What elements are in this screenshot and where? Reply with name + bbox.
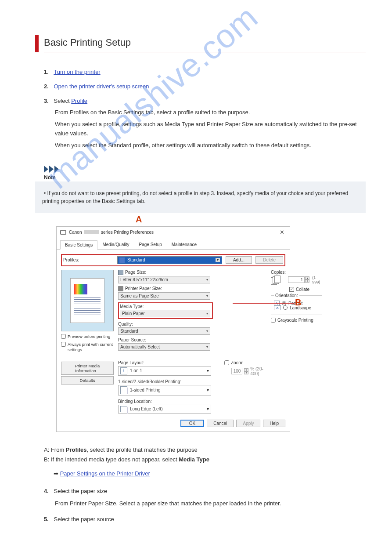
media-type-highlight: Media Type: Plain Paper▾: [118, 302, 213, 319]
copies-label: Copies:: [271, 270, 322, 275]
copies-spinner[interactable]: ▴▾: [305, 276, 309, 283]
copies-icon: [271, 276, 278, 284]
paper-settings-link[interactable]: Paper Settings on the Printer Driver: [60, 470, 150, 477]
copies-input[interactable]: 1: [288, 276, 305, 283]
source-label: Paper Source:: [118, 337, 146, 342]
landscape-radio[interactable]: [283, 305, 288, 310]
tab-basic-settings[interactable]: Basic Settings: [60, 240, 97, 250]
note-text: If you do not want to use preset printin…: [42, 190, 348, 204]
grayscale-checkbox[interactable]: [271, 318, 276, 323]
media-type-label: Media Type:: [120, 304, 144, 309]
profiles-label: Profiles:: [63, 258, 114, 262]
printer-size-label: Printer Paper Size:: [125, 286, 162, 291]
callout-b: B: [295, 297, 301, 308]
tab-maintenance[interactable]: Maintenance: [167, 240, 201, 249]
delete-button[interactable]: Delete: [255, 256, 283, 264]
tab-media-quality[interactable]: Media/Quality: [97, 240, 134, 249]
apply-button[interactable]: Apply: [236, 420, 260, 427]
binding-label: Binding Location:: [118, 399, 211, 404]
zoom-range: % (20-400): [250, 366, 264, 376]
collate-row[interactable]: ✓ Collate: [289, 287, 322, 292]
note-box: • If you do not want to use preset print…: [35, 181, 366, 213]
zoom-label: Zoom:: [231, 360, 243, 365]
step-3-sub3: When you select the Standard profile, ot…: [55, 141, 366, 150]
always-label: Always print with current settings: [68, 342, 114, 353]
source-dropdown[interactable]: Automatically Select▾: [118, 343, 210, 351]
post-dialog-text: A: From Profiles, select the profile tha…: [44, 445, 366, 525]
printer-icon: [60, 230, 66, 235]
step-1: 1. Turn on the printer: [44, 68, 366, 77]
sided-dropdown[interactable]: 1-sided Printing ▾: [118, 385, 211, 395]
note-arrow-icon: Note: [44, 166, 366, 181]
step-num: 2.: [44, 83, 49, 90]
help-button[interactable]: Help: [263, 420, 285, 427]
page-size-dropdown[interactable]: Letter 8.5"x11" 22x28cm▾: [118, 276, 210, 283]
title-accent: [35, 35, 39, 52]
steps-section: 1. Turn on the printer 2. Open the print…: [44, 68, 366, 150]
binding-dropdown[interactable]: Long Edge (Left) ▾: [118, 405, 211, 414]
profile-link[interactable]: Profile: [71, 98, 87, 104]
quality-dropdown[interactable]: Standard▾: [118, 327, 210, 335]
profiles-dropdown[interactable]: Standard ▾: [117, 256, 222, 264]
preview-checkbox[interactable]: [61, 334, 66, 339]
always-checkbox[interactable]: [61, 342, 66, 347]
profiles-row: Profiles: Standard ▾ Add... Delete: [61, 254, 285, 266]
dialog-footer: OK Cancel Apply Help: [57, 417, 290, 432]
turn-on-printer-link[interactable]: Turn on the printer: [54, 69, 100, 75]
step-num: 3.: [44, 98, 49, 104]
callout-a-line: [139, 224, 139, 250]
preview-label: Preview before printing: [68, 334, 110, 339]
preview-box: [61, 270, 114, 331]
zoom-input[interactable]: 100: [231, 368, 242, 374]
step-text: Select: [54, 98, 71, 104]
title-bar: Basic Printing Setup: [35, 35, 366, 52]
always-checkbox-row[interactable]: Always print with current settings: [61, 342, 114, 353]
grayscale-label: Grayscale Printing: [277, 318, 313, 323]
preview-checkbox-row[interactable]: Preview before printing: [61, 334, 114, 339]
ok-button[interactable]: OK: [180, 420, 204, 427]
close-icon[interactable]: ✕: [277, 229, 286, 236]
quality-label: Quality:: [118, 322, 133, 326]
note-bullet: •: [44, 190, 47, 196]
note-label: Note: [44, 174, 366, 181]
add-button[interactable]: Add...: [226, 256, 252, 264]
page-size-icon: [118, 270, 123, 275]
profiles-value: Standard: [127, 258, 145, 262]
zoom-checkbox-row[interactable]: Zoom:: [224, 360, 264, 365]
grayscale-row[interactable]: Grayscale Printing: [271, 318, 322, 323]
callout-b-line: [233, 303, 295, 304]
copies-range: (1-999): [312, 276, 322, 284]
layout-label: Page Layout:: [118, 360, 211, 365]
step-3-sub2: When you select a profile, settings such…: [55, 120, 366, 138]
step-num: 1.: [44, 69, 49, 75]
zoom-checkbox[interactable]: [224, 360, 229, 365]
orientation-label: Orientation:: [274, 293, 299, 298]
tabs: Basic Settings Media/Quality Page Setup …: [57, 238, 290, 250]
callout-a: A: [136, 214, 142, 225]
dialog-title: Canon series Printing Preferences: [69, 230, 277, 235]
open-driver-link[interactable]: Open the printer driver's setup screen: [54, 83, 149, 90]
step-3-sub1: From Profiles on the Basic Settings tab,…: [55, 108, 366, 117]
dialog-titlebar: Canon series Printing Preferences ✕: [57, 227, 290, 238]
media-type-dropdown[interactable]: Plain Paper▾: [120, 310, 210, 317]
layout-dropdown[interactable]: 1 1 on 1 ▾: [118, 366, 211, 376]
printing-preferences-dialog: Canon series Printing Preferences ✕ Basi…: [56, 226, 290, 432]
printer-size-dropdown[interactable]: Same as Page Size▾: [118, 292, 210, 300]
page-title: Basic Printing Setup: [44, 35, 366, 52]
printer-paper-icon: [118, 286, 123, 291]
cancel-button[interactable]: Cancel: [207, 420, 234, 427]
sided-label: 1-sided/2-sided/Booklet Printing:: [118, 379, 211, 384]
step-3: 3. Select Profile From Profiles on the B…: [44, 97, 366, 150]
page-size-label: Page Size:: [125, 270, 146, 275]
defaults-button[interactable]: Defaults: [61, 376, 114, 385]
collate-label: Collate: [296, 287, 309, 292]
step-2: 2. Open the printer driver's setup scree…: [44, 82, 366, 91]
collate-checkbox[interactable]: ✓: [289, 287, 294, 292]
media-info-button[interactable]: Printer Media Information...: [61, 362, 114, 375]
